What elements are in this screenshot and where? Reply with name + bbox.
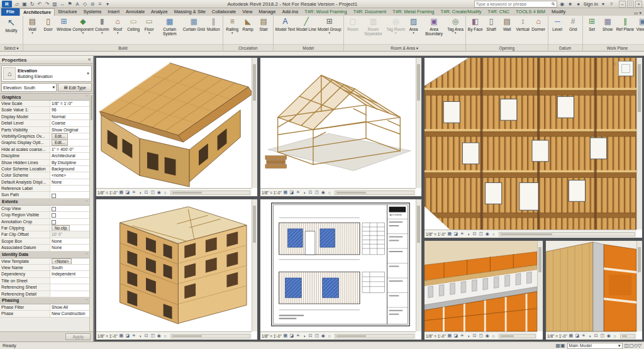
sun-path-icon[interactable]: ☀ [460,231,465,236]
horizontal-scrollbar[interactable] [335,191,414,195]
checkbox-annotation-crop[interactable] [52,220,56,224]
prop-value-scale-value-1[interactable]: 96 [50,107,89,113]
visual-style-icon[interactable]: ◪ [453,231,458,236]
prop-value-visibility-graphics-ov[interactable]: Edit... [50,133,89,139]
reveal-hidden-elements-icon[interactable]: ○ [327,334,332,338]
tool-stair-button[interactable]: ▤Stair [256,16,272,44]
reveal-hidden-elements-icon[interactable]: ○ [163,191,168,195]
reveal-hidden-elements-icon[interactable]: ○ [491,334,496,338]
tab-tools-4-bim[interactable]: TOOLS 4 BIM [513,8,548,16]
tool-window-button[interactable]: ⊞Window [56,16,72,44]
tool-by-face-button[interactable]: ◧By Face [467,16,484,44]
text-icon[interactable]: A [74,1,80,8]
tab-massing-site[interactable]: Massing & Site [171,8,209,16]
vertical-scrollbar[interactable] [252,58,257,188]
reveal-hidden-elements-icon[interactable]: ○ [327,191,332,195]
sun-path-icon[interactable]: ☀ [581,333,586,338]
type-selector-dropdown-icon[interactable]: ▼ [86,72,90,75]
print-icon[interactable]: ▥ [52,1,58,8]
shadows-icon[interactable]: ◑ [587,334,592,338]
tool-dormer-button[interactable]: ⌂Dormer [531,16,547,44]
sun-path-icon[interactable]: ☀ [460,333,465,338]
design-options-icon[interactable]: ▣ [560,343,565,348]
crop-view-icon[interactable]: ⊡ [144,190,149,195]
viewcube-home-icon[interactable]: ⌂ [613,61,616,67]
revit-logo-icon[interactable]: R [2,1,12,8]
prop-value-parts-visibility[interactable]: Show Original [50,127,89,133]
tab-collaborate[interactable]: Collaborate [209,8,239,16]
prop-value-color-scheme[interactable]: <none> [50,172,89,178]
maximize-icon[interactable]: □ [627,1,634,8]
search-input[interactable] [475,1,550,7]
reveal-hidden-elements-icon[interactable]: ○ [163,334,168,338]
exclude-options-icon[interactable]: ◫ [625,343,630,348]
shadows-icon[interactable]: ◑ [466,334,471,338]
viewport-floor-panel-detail[interactable]: 1/8" = 1'-0"▦◪☀◑⊡◫◉○ [424,240,543,340]
button-far-clipping[interactable]: No clip [52,225,70,231]
temporary-hide-isolate-icon[interactable]: ◉ [157,190,162,195]
prop-value-display-model[interactable]: Normal [50,114,89,119]
apply-button[interactable]: Apply [65,333,91,340]
checkbox-crop-region-visible[interactable] [52,213,56,218]
communication-center-icon[interactable]: ◉ [559,1,565,7]
tool-area-boundary-button[interactable]: ▣Area Boundary [421,16,447,44]
tool-tag-area-button[interactable]: ◎Tag Area▾ [447,16,464,44]
temporary-hide-isolate-icon[interactable]: ◉ [321,190,326,195]
tool-vertical-button[interactable]: ↕Vertical [515,16,531,44]
tool-ref-plane-button[interactable]: ∥Ref Plane [616,16,635,44]
tool-floor-button[interactable]: ▭Floor▾ [142,16,157,44]
tool-wall-button[interactable]: ▤Wall [499,16,515,44]
crop-view-icon[interactable]: ⊡ [594,333,599,338]
visual-style-icon[interactable]: ◪ [289,333,294,338]
detail-level-icon[interactable]: ▦ [447,231,452,236]
tool-modify-button[interactable]: ↖Modify [1,16,21,44]
tab-view[interactable]: View [239,8,255,16]
tool-area-button[interactable]: ▨Area▾ [406,16,421,44]
properties-scrollbar[interactable] [89,94,93,331]
checkbox-sun-path[interactable] [52,194,56,198]
tool-wall-button[interactable]: ▤Wall▾ [25,16,40,44]
show-crop-region-icon[interactable]: ◫ [150,333,155,338]
prop-value-reference-label[interactable] [50,186,89,191]
redo-icon[interactable]: ↷ [44,1,50,8]
properties-header[interactable]: Properties ✕ [0,56,93,64]
tab-insert[interactable]: Insert [104,8,123,16]
button-graphic-display-opti[interactable]: Edit... [52,140,68,145]
show-crop-region-icon[interactable]: ◫ [600,333,605,338]
button-visibility-graphics-ov[interactable]: Edit... [52,133,68,139]
detail-level-icon[interactable]: ▦ [569,333,574,338]
tool-show-button[interactable]: ▦Show [600,16,616,44]
tool-viewer-button[interactable]: ▣Viewer [635,16,644,44]
save-icon[interactable]: ▣ [21,1,28,8]
section-header-graphics[interactable]: Graphicsˆ [0,94,89,101]
prop-value-referencing-detail[interactable] [50,291,89,297]
checkbox-crop-view[interactable] [52,207,56,211]
tab-analyze[interactable]: Analyze [148,8,171,16]
sign-in-person-icon[interactable]: ● [575,1,582,7]
shadows-icon[interactable]: ◑ [302,334,307,338]
sun-path-icon[interactable]: ☀ [296,333,301,338]
viewport-corner-detail[interactable]: 1/8" = 1'-0"▦◪☀◑⊡◫◉○ [545,240,643,340]
prop-value-crop-region-visible[interactable] [50,212,89,218]
viewport-wall-framing-elevation[interactable]: ⌂ 1/8" = 1'-0"▦◪☀◑⊡◫◉○ [424,57,643,238]
prop-value-phase-filter[interactable]: Show All [50,304,89,310]
help-icon[interactable]: ? [608,1,614,7]
detail-level-icon[interactable]: ▦ [283,333,288,338]
show-crop-region-icon[interactable]: ◫ [479,231,484,236]
edit-type-button[interactable]: ▤ Edit Type [58,83,92,92]
open-icon[interactable]: ▱ [14,1,20,8]
view-scale-button[interactable]: 1/8" = 1'-0" [262,334,282,338]
tool-level-button[interactable]: ─Level [550,16,565,44]
prop-value-title-on-sheet[interactable] [50,278,89,284]
sun-path-icon[interactable]: ☀ [131,190,136,195]
sign-in-dropdown-icon[interactable]: ▾ [600,1,606,7]
viewport-roof-framing-3d[interactable]: 1/8" = 1'-0"▦◪☀◑⊡◫◉○ [96,57,258,197]
prop-value-sun-path[interactable] [50,192,89,197]
tool-model-text-button[interactable]: AModel Text [275,16,296,44]
vertical-scrollbar[interactable] [636,58,642,230]
prop-value-detail-level[interactable]: Coarse [50,120,89,126]
view-scale-button[interactable]: 1/8" = 1'-0" [426,232,446,236]
viewport-framing-sheet[interactable]: AUTODESK [260,199,422,340]
prop-value-associated-datum[interactable]: None [50,245,89,250]
thin-lines-icon[interactable]: ≡ [97,1,103,8]
